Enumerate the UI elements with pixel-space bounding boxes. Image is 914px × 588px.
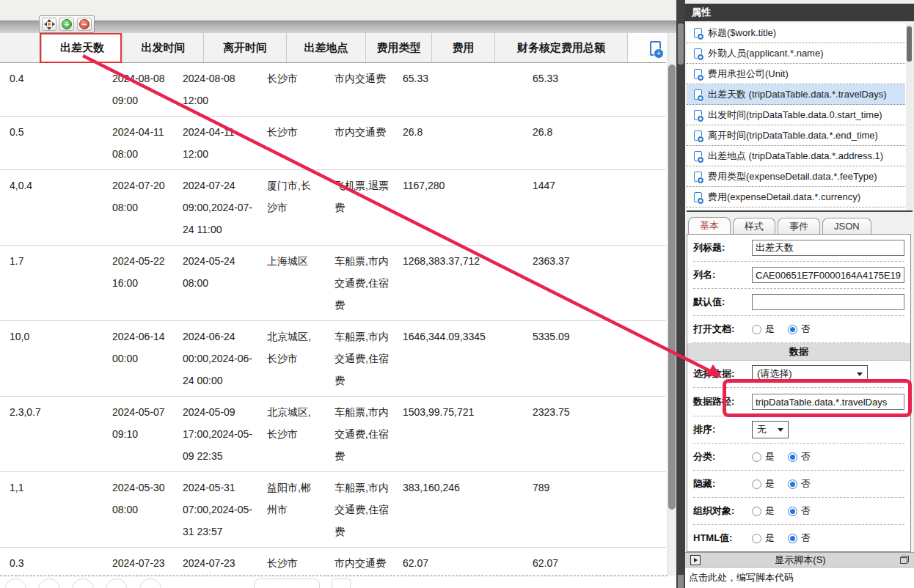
field-item-label: 费用类型(expenseDetail.data.*.feeType): [708, 170, 877, 183]
column-header-4[interactable]: 费用类型: [365, 33, 431, 62]
radio-option[interactable]: 是: [752, 477, 775, 490]
script-bar[interactable]: 显示脚本(S): [685, 552, 914, 567]
field-list: 标题($work.title)外勤人员(applicant.*.name)费用承…: [687, 23, 913, 212]
panel-splitter[interactable]: [676, 0, 685, 588]
pager-button[interactable]: [38, 578, 60, 588]
pagination-bar: [4, 578, 351, 588]
pager-button[interactable]: [4, 578, 26, 588]
add-column-button[interactable]: +: [59, 18, 74, 31]
form-select-7[interactable]: 无: [752, 421, 789, 438]
field-list-item[interactable]: 标题($work.title): [687, 23, 905, 43]
field-item-label: 外勤人员(applicant.*.name): [708, 47, 824, 60]
add-icon: +: [62, 19, 72, 29]
table-cell: 65.33: [523, 63, 627, 116]
column-header-2[interactable]: 离开时间: [203, 33, 286, 62]
form-select-5[interactable]: (请选择): [752, 365, 868, 383]
form-input-1[interactable]: [752, 267, 904, 283]
field-list-item[interactable]: 出发时间(tripDataTable.data.0.start_time): [687, 105, 905, 125]
table-cell: 1167,280: [393, 170, 523, 245]
column-header-3[interactable]: 出差地点: [286, 33, 365, 62]
insert-column-icon[interactable]: [650, 41, 661, 56]
select-value: 无: [757, 423, 767, 436]
radio-option[interactable]: 否: [788, 450, 811, 463]
radio-option[interactable]: 是: [752, 323, 775, 336]
column-header-0[interactable]: 出差天数: [41, 33, 123, 62]
restore-window-icon[interactable]: [900, 556, 909, 564]
table-cell: 2024-05-09 17:00,2024-05-09 22:35: [173, 397, 257, 471]
radio-label: 是: [765, 504, 775, 518]
widget-selection-border: [0, 576, 668, 576]
table-row: 1,12024-05-30 08:002024-05-31 07:00,2024…: [0, 472, 666, 548]
splitter-handle[interactable]: [678, 575, 684, 588]
radio-option[interactable]: 否: [788, 323, 811, 336]
pager-button[interactable]: [139, 578, 161, 588]
table-cell: 2024-07-20 08:00: [103, 170, 173, 245]
table-cell: 1447: [523, 170, 627, 245]
script-editor-hint[interactable]: 点击此处，编写脚本代码: [685, 568, 914, 588]
table-cell: 车船票,市内交通费,住宿费: [325, 246, 393, 320]
tab-style[interactable]: 样式: [733, 218, 775, 234]
table-cell: 4,0.4: [0, 170, 103, 245]
remove-column-button[interactable]: −: [77, 18, 92, 31]
expand-script-icon[interactable]: [690, 555, 701, 565]
field-list-item[interactable]: 费用承担公司(Unit): [687, 64, 905, 84]
tab-basic[interactable]: 基本: [688, 217, 731, 234]
pager-button[interactable]: [106, 578, 128, 588]
radio-option[interactable]: 是: [752, 450, 775, 463]
radio-icon: [752, 534, 761, 543]
table-cell: 北京城区,长沙市: [257, 397, 325, 471]
column-header-5[interactable]: 费用: [431, 33, 494, 62]
table-cell: 2024-06-24 00:00,2024-06-24 00:00: [173, 321, 257, 396]
form-input-2[interactable]: [752, 294, 904, 310]
field-list-item[interactable]: 出差天数 (tripDataTable.data.*.travelDays): [687, 84, 905, 105]
radio-option[interactable]: 否: [788, 504, 811, 518]
pager-input[interactable]: [254, 578, 320, 588]
chevron-down-icon: [857, 372, 863, 376]
table-cell: 2024-07-23: [103, 548, 173, 576]
radio-option[interactable]: 否: [788, 532, 811, 545]
table-cell: 62.07: [523, 548, 627, 576]
form-input-6[interactable]: [752, 394, 904, 410]
field-list-scrollbar-thumb[interactable]: [907, 26, 912, 62]
table-cell: 车船票,市内交通费,住宿费: [325, 397, 393, 471]
field-list-item[interactable]: 费用类型(expenseDetail.data.*.feeType): [687, 166, 905, 187]
field-list-item[interactable]: 外勤人员(applicant.*.name): [687, 43, 905, 64]
pager-go-button[interactable]: [332, 578, 351, 588]
splitter-handle[interactable]: [678, 23, 684, 65]
table-cell: 2024-05-31 07:00,2024-05-31 23:57: [173, 472, 257, 547]
field-list-item[interactable]: 离开时间(tripDataTable.data.*.end_time): [687, 125, 905, 146]
table-cell: 2024-08-08 12:00: [173, 63, 257, 116]
pager-button[interactable]: [72, 578, 94, 588]
table-cell: 62.07: [393, 548, 523, 576]
radio-icon: [788, 507, 797, 516]
tab-json[interactable]: JSON: [822, 218, 871, 234]
move-icon: [44, 19, 55, 30]
tab-event[interactable]: 事件: [778, 218, 820, 234]
form-input-0[interactable]: [752, 240, 904, 256]
form-row: 默认值:: [693, 289, 904, 316]
radio-option[interactable]: 是: [752, 532, 775, 545]
field-item-label: 费用(expenseDetail.data.*.currency): [708, 191, 860, 204]
table-corner-cell: [0, 33, 41, 62]
table-cell: 26.8: [393, 117, 523, 169]
move-column-button[interactable]: [42, 18, 56, 31]
field-doc-icon: [694, 151, 702, 161]
field-list-item[interactable]: 费用(expenseDetail.data.*.currency): [687, 187, 905, 207]
field-doc-icon: [694, 172, 702, 182]
radio-icon: [752, 452, 761, 462]
radio-option[interactable]: 是: [752, 504, 775, 518]
column-header-1[interactable]: 出发时间: [123, 33, 203, 62]
radio-option[interactable]: 否: [788, 477, 811, 490]
remove-icon: −: [79, 19, 89, 29]
column-header-6[interactable]: 财务核定费用总额: [494, 33, 627, 62]
form-label: 列名:: [693, 268, 752, 282]
table-cell: 市内交通费: [325, 117, 393, 169]
field-doc-icon: [694, 48, 702, 59]
table-scrollbar-thumb[interactable]: [668, 65, 676, 510]
form-row: HTML值:是否: [693, 525, 904, 552]
script-bar-label: 显示脚本(S): [701, 554, 900, 567]
field-item-label: 标题($work.title): [708, 26, 776, 40]
form-label: 数据路径:: [693, 395, 752, 408]
field-list-item[interactable]: 出差地点 (tripDataTable.data.*.address.1): [687, 146, 905, 166]
table-cell: 10,0: [0, 321, 103, 396]
